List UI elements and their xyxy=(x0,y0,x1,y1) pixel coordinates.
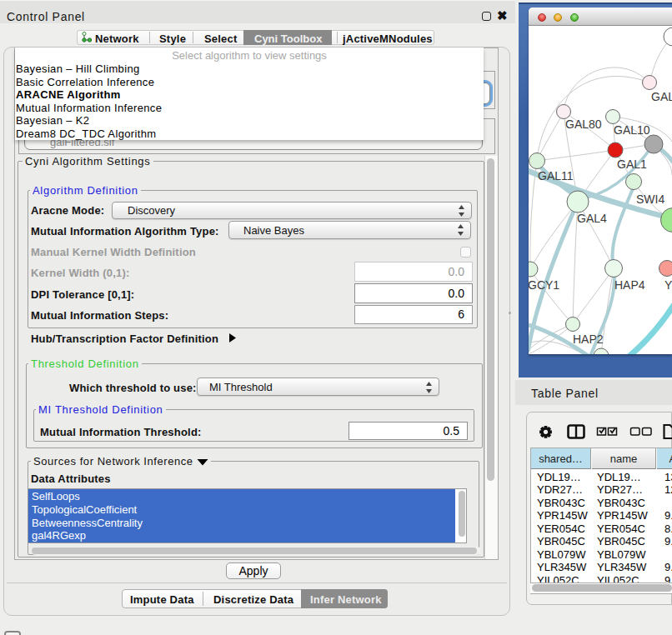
svg-text:GAL10: GAL10 xyxy=(614,123,650,137)
svg-text:Y: Y xyxy=(664,278,672,292)
svg-text:GAL11: GAL11 xyxy=(538,169,574,182)
svg-text:HAP2: HAP2 xyxy=(573,332,604,346)
svg-text:GAL1: GAL1 xyxy=(617,158,647,171)
svg-text:GAL80: GAL80 xyxy=(565,118,602,131)
svg-text:SWI4: SWI4 xyxy=(636,192,664,206)
svg-text:HAP4: HAP4 xyxy=(614,278,645,292)
svg-text:GAL: GAL xyxy=(651,90,672,103)
svg-text:GCY1: GCY1 xyxy=(529,278,559,292)
svg-text:GAL4: GAL4 xyxy=(577,212,607,225)
